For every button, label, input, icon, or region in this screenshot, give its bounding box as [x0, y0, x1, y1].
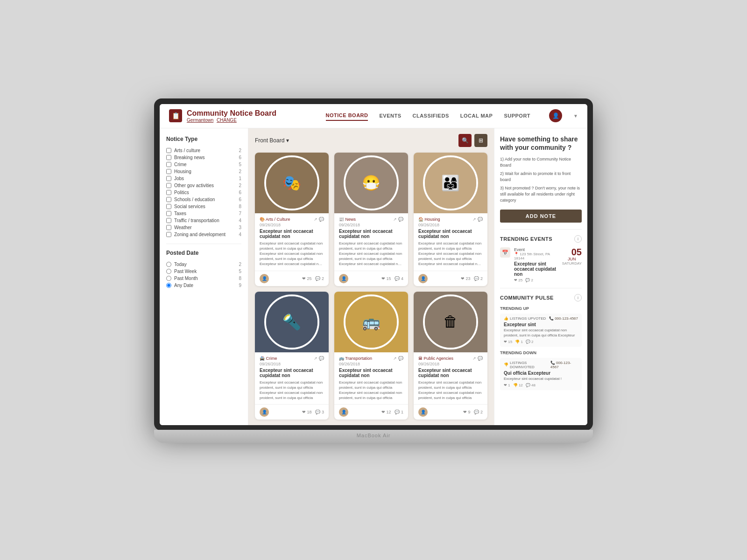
card-text: Excepteur sint occaecat cupidatat non pr… [260, 380, 324, 401]
filter-checkbox[interactable] [166, 155, 171, 160]
card-stats: ❤ 15 💬 4 [381, 276, 403, 281]
grid-view-button[interactable]: ⊞ [474, 134, 487, 147]
card-stats: ❤ 9 💬 2 [463, 410, 483, 414]
filter-label: Jobs [174, 176, 184, 181]
nav-classifieds[interactable]: CLASSIFIEDS [412, 111, 449, 120]
search-button[interactable]: 🔍 [458, 134, 472, 147]
card[interactable]: 🚌 🚌 Transportation ↗ 💬 09/26/2018 Except… [334, 292, 408, 420]
filter-item[interactable]: Politics 6 [166, 189, 241, 196]
nav-notice-board[interactable]: NOTICE BOARD [326, 111, 368, 121]
filter-item[interactable]: Social services 8 [166, 203, 241, 210]
pulse-item-header-up: 👍 LISTINGS UPVOTED 📞 000-123-4567 [504, 316, 578, 321]
event-location: 📍 123 5th Street, PA 18144 [514, 252, 558, 260]
card-footer: 👤 ❤ 15 💬 4 [334, 271, 408, 286]
card[interactable]: 🎭 🎨 Arts / Culture ↗ 💬 09/26/2018 Except… [255, 153, 329, 286]
nav-support[interactable]: SUPPORT [504, 111, 530, 120]
community-pulse-info[interactable]: i [574, 294, 582, 301]
card-category: 🚌 Transportation [339, 356, 372, 361]
filter-item[interactable]: Crime 5 [166, 161, 241, 168]
filter-checkbox[interactable] [166, 169, 171, 174]
card-avatar: 👤 [260, 407, 269, 417]
add-note-button[interactable]: ADD NOTE [500, 210, 582, 223]
filter-checkbox[interactable] [166, 183, 171, 188]
filter-item[interactable]: Breaking news 6 [166, 154, 241, 161]
date-filter-item[interactable]: Today 2 [166, 261, 241, 268]
filter-checkbox[interactable] [166, 218, 171, 223]
filter-checkbox[interactable] [166, 197, 171, 202]
card[interactable]: 🗑 🏛 Public Agencies ↗ 💬 09/26/2018 Excep… [414, 292, 487, 420]
card-img-placeholder: 😷 [345, 157, 397, 209]
trending-up-phone[interactable]: 📞 000-123-4567 [549, 316, 578, 321]
filter-item[interactable]: Traffic / transportation 4 [166, 217, 241, 224]
date-filter-item[interactable]: Past Week 5 [166, 268, 241, 275]
filter-checkbox[interactable] [166, 148, 171, 153]
filter-checkbox[interactable] [166, 232, 171, 237]
filter-item[interactable]: Arts / culture 2 [166, 147, 241, 154]
filter-checkbox[interactable] [166, 225, 171, 230]
front-board-dropdown[interactable]: Front Board ▾ [255, 137, 289, 144]
date-filter-item[interactable]: Any Date 9 [166, 282, 241, 289]
card-meta: 🚌 Transportation ↗ 💬 [339, 356, 403, 361]
filter-checkbox[interactable] [166, 176, 171, 181]
filter-label: Social services [174, 204, 205, 209]
filter-label: Schools / education [174, 197, 215, 202]
filter-count: 8 [239, 204, 241, 209]
nav-local-map[interactable]: LOCAL MAP [460, 111, 493, 120]
card-date: 09/26/2018 [339, 223, 403, 227]
card[interactable]: 👨‍👩‍👧 🏠 Housing ↗ 💬 09/26/2018 Excepteur… [414, 153, 487, 286]
filter-checkbox[interactable] [166, 204, 171, 209]
card-likes: ❤ 12 [381, 410, 391, 414]
filter-checkbox[interactable] [166, 190, 171, 195]
card-image-wrap: 🎭 [255, 153, 329, 213]
trending-events-info[interactable]: i [574, 235, 582, 243]
filter-list: Arts / culture 2 Breaking news 6 Crime 5… [166, 147, 241, 238]
card-date: 09/26/2018 [260, 362, 324, 366]
trending-down-phone[interactable]: 📞 000-123-4567 [550, 361, 578, 369]
date-filter-radio[interactable] [166, 262, 171, 267]
event-card[interactable]: 📅 Event 📍 123 5th Street, PA 18144 Excep… [500, 247, 582, 282]
card-comments: 💬 1 [395, 410, 403, 414]
community-pulse-header: COMMUNITY PULSE i [500, 294, 582, 301]
laptop-base [154, 430, 593, 443]
filter-item[interactable]: Weather 3 [166, 224, 241, 231]
filter-count: 6 [239, 155, 241, 160]
trending-down-text: Excepteur sint occaecat cupidatat ! [504, 377, 578, 381]
card[interactable]: 🔦 🚔 Crime ↗ 💬 09/26/2018 Excepteur sint … [255, 292, 329, 420]
card-avatar: 👤 [339, 274, 348, 283]
posted-date-title: Posted Date [166, 250, 241, 256]
center-content: Front Board ▾ 🔍 ⊞ 🎭 🎨 Art [248, 128, 494, 426]
filter-item[interactable]: Housing 2 [166, 168, 241, 175]
filter-item[interactable]: Zoning and development 4 [166, 231, 241, 238]
card-likes: ❤ 15 [381, 276, 391, 281]
event-comments: 💬 2 [525, 278, 533, 282]
date-filter-radio[interactable] [166, 269, 171, 274]
date-filter-radio[interactable] [166, 283, 171, 288]
card-date: 09/26/2018 [260, 223, 324, 227]
filter-checkbox[interactable] [166, 211, 171, 216]
card-img-circle: 🎭 [264, 155, 319, 210]
user-avatar[interactable]: 👤 [549, 109, 562, 122]
event-month: JUN [562, 257, 582, 261]
card[interactable]: 😷 📰 News ↗ 💬 09/26/2018 Excepteur sint o… [334, 153, 408, 286]
share-step-3: 3) Not promoted ? Don't worry, your note… [500, 185, 582, 203]
card-meta: 🏠 Housing ↗ 💬 [418, 217, 483, 222]
filter-item[interactable]: Taxes 7 [166, 210, 241, 217]
card-body: 📰 News ↗ 💬 09/26/2018 Excepteur sint occ… [334, 213, 408, 271]
filter-item[interactable]: Schools / education 6 [166, 196, 241, 203]
avatar-dropdown[interactable]: ▼ [573, 113, 578, 119]
date-filter-radio[interactable] [166, 276, 171, 281]
notice-type-title: Notice Type [166, 136, 241, 142]
card-title: Excepteur sint occaecat cupidatat non [339, 368, 403, 378]
card-image-wrap: 🗑 [414, 292, 487, 352]
card-stats: ❤ 18 💬 3 [302, 410, 324, 414]
change-location-link[interactable]: CHANGE [217, 118, 237, 123]
nav-events[interactable]: EVENTS [379, 111, 401, 120]
filter-item[interactable]: Other gov activities 2 [166, 182, 241, 189]
filter-item[interactable]: Jobs 1 [166, 175, 241, 182]
trending-up-stats: ❤ 15 👎 1 💬 2 [504, 340, 578, 344]
date-filter-item[interactable]: Past Month 8 [166, 275, 241, 282]
community-pulse-title: COMMUNITY PULSE [500, 295, 554, 301]
trending-up-badge: 👍 LISTINGS UPVOTED [504, 316, 546, 321]
filter-label: Breaking news [174, 155, 205, 160]
filter-checkbox[interactable] [166, 162, 171, 167]
